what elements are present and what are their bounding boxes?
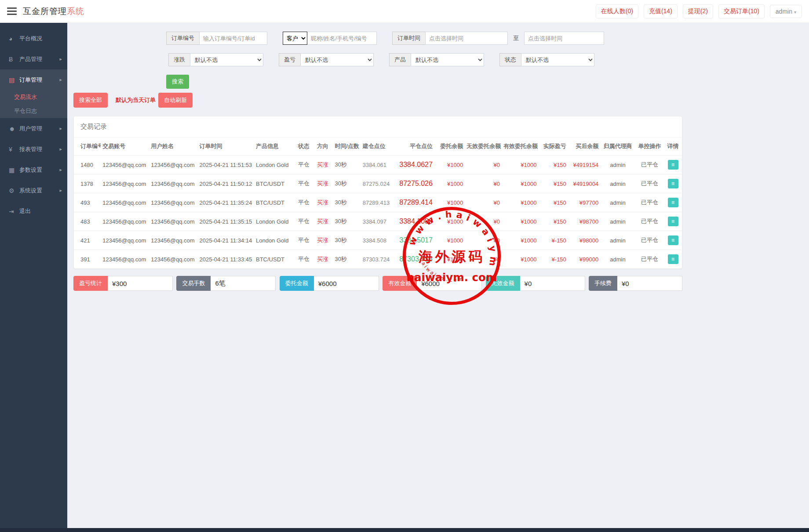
product-select[interactable]: 默认不选 [411,53,484,66]
customer-input[interactable] [307,32,377,45]
table-row: 493 123456@qq.com 123456@qq.com 2025-04-… [74,193,682,212]
menu-toggle-icon[interactable] [7,7,17,15]
filter-form: 订单编号 客户 订单时间 至 涨跌 默认不选 [67,23,809,89]
chevron-right-icon: ▸ [59,188,62,193]
gear-icon: ⚙ [9,187,19,194]
fee-label[interactable]: 手续费 [589,276,617,291]
order-time-label: 订单时间 [392,32,425,45]
chevron-right-icon: ▸ [59,167,62,173]
updown-select[interactable]: 默认不选 [190,53,263,66]
invalid-amount-value [520,276,585,291]
sidebar-item-params[interactable]: ▦ 参数设置 ▸ [0,159,67,180]
trade-orders-button[interactable]: 交易订单(10) [718,4,765,18]
app-title: 互金所管理系统 [23,6,84,17]
updown-filter-label: 涨跌 [168,53,190,66]
chevron-right-icon: ▸ [59,56,62,62]
logout-icon: ⇥ [9,208,19,215]
chevron-right-icon: ▸ [59,126,62,131]
time-start-input[interactable] [425,32,508,45]
sidebar-subitem-trade-flow[interactable]: 交易流水 [0,90,67,104]
table-row: 1480 123456@qq.com 123456@qq.com 2025-04… [74,156,682,174]
summary-valid-amount: 有效金额 [383,276,482,291]
summary-bar: 盈亏统计 交易手数 委托金额 有效金额 无效金额 手续费 [73,276,682,291]
detail-button[interactable]: ≡ [668,217,678,226]
chevron-down-icon: ▾ [794,10,796,14]
profit-filter-label: 盈亏 [279,53,300,66]
trade-table: 订单编号 交易账号 用户姓名 订单时间 产品信息 状态 方向 时间/点数 建仓点… [74,138,682,268]
detail-button[interactable]: ≡ [668,254,678,264]
summary-fee: 手续费 [589,276,682,291]
trade-count-value [211,276,276,291]
table-row: 483 123456@qq.com 123456@qq.com 2025-04-… [74,212,682,231]
sidebar-item-users[interactable]: ☻ 用户管理 ▸ [0,118,67,139]
profit-select[interactable]: 默认不选 [300,53,374,66]
recharge-count-button[interactable]: 充值(14) [644,4,678,18]
footer-strip [0,528,809,532]
user-icon: ☻ [9,125,19,132]
search-all-button[interactable]: 搜索全部 [73,93,108,108]
yen-icon: ¥ [9,146,19,153]
params-icon: ▦ [9,166,19,174]
admin-dropdown[interactable]: admin▾ [770,5,802,18]
summary-trade-count: 交易手数 [176,276,276,291]
sidebar-item-logout[interactable]: ⇥ 退出 [0,201,67,221]
sidebar-item-overview[interactable]: ◕ 平台概况 [0,28,67,49]
sidebar-item-orders[interactable]: ▤ 订单管理 ▸ [0,69,67,90]
online-count-button[interactable]: 在线人数(0) [596,4,638,18]
chevron-right-icon: ▸ [59,146,62,152]
table-row: 421 123456@qq.com 123456@qq.com 2025-04-… [74,231,682,250]
sidebar: ◕ 平台概况 Ƀ 产品管理 ▸ ▤ 订单管理 ▸ 交易流水 平仓日志 ☻ 用户管… [0,23,67,528]
table-header-row: 订单编号 交易账号 用户姓名 订单时间 产品信息 状态 方向 时间/点数 建仓点… [74,138,682,156]
order-no-label: 订单编号 [166,32,199,45]
dashboard-icon: ◕ [9,35,19,42]
sidebar-subitem-close-log[interactable]: 平仓日志 [0,104,67,118]
card-title: 交易记录 [74,116,682,138]
chevron-right-icon: ▸ [59,77,62,83]
order-no-input[interactable] [199,32,267,45]
entrust-amount-value [314,276,379,291]
fee-value [617,276,682,291]
invalid-amount-label[interactable]: 无效金额 [486,276,520,291]
main-content: 订单编号 客户 订单时间 至 涨跌 默认不选 [67,23,809,528]
detail-button[interactable]: ≡ [668,179,678,188]
withdraw-count-button[interactable]: 提现(2) [683,4,713,18]
sidebar-group-orders: ▤ 订单管理 ▸ 交易流水 平仓日志 [0,69,67,118]
search-button[interactable]: 搜索 [166,75,189,89]
auto-refresh-button[interactable]: 自动刷新 [158,93,193,108]
trade-count-label[interactable]: 交易手数 [176,276,211,291]
detail-button[interactable]: ≡ [668,198,678,207]
time-end-input[interactable] [524,32,604,45]
sidebar-item-products[interactable]: Ƀ 产品管理 ▸ [0,49,67,69]
table-row: 391 123456@qq.com 123456@qq.com 2025-04-… [74,250,682,269]
sidebar-item-system[interactable]: ⚙ 系统设置 ▸ [0,180,67,201]
table-row: 1378 123456@qq.com 123456@qq.com 2025-04… [74,174,682,193]
bitcoin-icon: Ƀ [9,56,19,63]
detail-button[interactable]: ≡ [668,235,678,245]
top-header: 互金所管理系统 在线人数(0) 充值(14) 提现(2) 交易订单(10) ad… [0,0,809,23]
status-select[interactable]: 默认不选 [521,53,594,66]
valid-amount-value [417,276,482,291]
summary-profit-total: 盈亏统计 [73,276,173,291]
today-orders-hint: 默认为当天订单 [116,96,156,104]
customer-type-select[interactable]: 客户 [283,32,307,45]
status-filter-label: 状态 [499,53,521,66]
trade-records-card: 交易记录 订单编号 交易账号 用户姓名 订单时间 产品信息 [73,116,682,269]
sidebar-item-reports[interactable]: ¥ 报表管理 ▸ [0,139,67,159]
summary-invalid-amount: 无效金额 [486,276,585,291]
product-filter-label: 产品 [389,53,411,66]
summary-entrust-amount: 委托金额 [280,276,379,291]
orders-icon: ▤ [9,76,19,83]
detail-button[interactable]: ≡ [668,160,678,170]
to-label: 至 [508,32,524,45]
valid-amount-label[interactable]: 有效金额 [383,276,417,291]
table-body: 1480 123456@qq.com 123456@qq.com 2025-04… [74,156,682,269]
profit-total-label[interactable]: 盈亏统计 [73,276,108,291]
profit-total-value [108,276,173,291]
entrust-amount-label[interactable]: 委托金额 [280,276,314,291]
